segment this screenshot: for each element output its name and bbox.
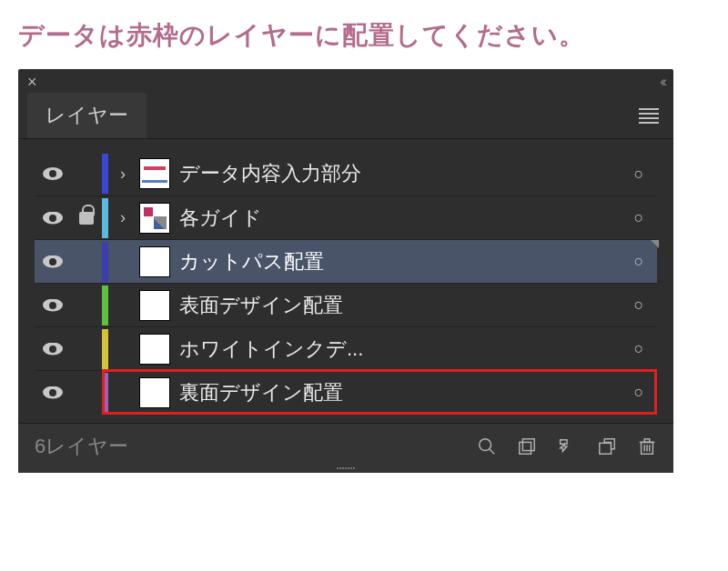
svg-line-1 [490, 449, 495, 455]
layer-thumbnail [139, 158, 170, 189]
layer-name-label[interactable]: カットパス配置 [179, 248, 621, 275]
target-indicator[interactable]: ○ [621, 165, 657, 184]
layer-color-swatch [102, 198, 108, 238]
layer-name-label[interactable]: データ内容入力部分 [179, 160, 621, 187]
layer-row[interactable]: ホワイトインクデ...○ [35, 326, 657, 370]
visibility-toggle[interactable] [35, 167, 71, 180]
visibility-toggle[interactable] [35, 386, 71, 399]
locate-layer-icon[interactable] [557, 436, 577, 456]
target-indicator[interactable]: ○ [621, 383, 657, 402]
footer-icons [477, 436, 657, 456]
svg-rect-3 [522, 439, 534, 451]
expand-toggle[interactable]: › [110, 208, 136, 227]
layer-thumbnail [139, 290, 170, 321]
layer-thumbnail [139, 203, 170, 234]
visibility-toggle[interactable] [35, 255, 71, 268]
layer-name-label[interactable]: ホワイトインクデ... [179, 336, 621, 363]
svg-rect-2 [520, 442, 531, 454]
layer-row[interactable]: ›データ内容入力部分○ [35, 152, 657, 195]
layer-color-swatch [102, 329, 108, 369]
panel-topbar: × ‹‹ [18, 69, 673, 93]
layer-row[interactable]: 裏面デザイン配置○ [35, 370, 657, 414]
tab-layers[interactable]: レイヤー [27, 93, 147, 138]
layer-color-swatch [102, 286, 108, 326]
target-indicator[interactable]: ○ [621, 208, 657, 227]
layer-color-swatch [102, 154, 108, 194]
layer-name-label[interactable]: 表面デザイン配置 [179, 292, 621, 319]
eye-icon [43, 255, 63, 268]
collapse-panel-icon[interactable]: ‹‹ [660, 74, 664, 90]
svg-rect-4 [600, 443, 612, 454]
layer-name-label[interactable]: 各ガイド [179, 205, 621, 232]
expand-toggle[interactable]: › [110, 165, 136, 184]
lock-toggle[interactable] [71, 212, 102, 225]
visibility-toggle[interactable] [35, 343, 71, 356]
layer-thumbnail [139, 334, 170, 365]
delete-layer-icon[interactable] [637, 436, 657, 456]
eye-icon [43, 212, 63, 225]
find-object-icon[interactable] [477, 436, 497, 456]
close-panel-icon[interactable]: × [27, 73, 37, 92]
eye-icon [43, 343, 63, 356]
layers-panel: × ‹‹ レイヤー ›データ内容入力部分○›各ガイド○カットパス配置○表面デザイ… [18, 69, 673, 473]
layer-row[interactable]: ›各ガイド○ [35, 195, 657, 239]
visibility-toggle[interactable] [35, 299, 71, 312]
layer-name-label[interactable]: 裏面デザイン配置 [179, 379, 621, 406]
layer-color-swatch [102, 373, 108, 413]
eye-icon [43, 299, 63, 312]
svg-rect-10 [644, 439, 650, 443]
target-indicator[interactable]: ○ [621, 252, 657, 271]
layer-color-swatch [102, 242, 108, 282]
panel-tabbar: レイヤー [18, 93, 673, 139]
panel-footer: 6レイヤー [18, 423, 673, 467]
visibility-toggle[interactable] [35, 212, 71, 225]
new-layer-icon[interactable] [597, 436, 617, 456]
svg-point-0 [480, 439, 491, 451]
layer-count-label: 6レイヤー [35, 433, 128, 460]
eye-icon [43, 386, 63, 399]
layer-row[interactable]: カットパス配置○ [35, 239, 657, 283]
layer-thumbnail [139, 377, 170, 408]
instruction-text: データは赤枠のレイヤーに配置してください。 [18, 18, 710, 53]
collect-layer-icon[interactable] [517, 436, 537, 456]
eye-icon [43, 167, 63, 180]
resize-grip[interactable] [18, 467, 673, 473]
target-indicator[interactable]: ○ [621, 296, 657, 315]
lock-icon [79, 212, 94, 225]
layer-row[interactable]: 表面デザイン配置○ [35, 283, 657, 326]
target-indicator[interactable]: ○ [621, 339, 657, 358]
layers-list: ›データ内容入力部分○›各ガイド○カットパス配置○表面デザイン配置○ホワイトイン… [18, 139, 673, 423]
layer-thumbnail [139, 246, 170, 277]
panel-menu-icon[interactable] [633, 103, 664, 129]
